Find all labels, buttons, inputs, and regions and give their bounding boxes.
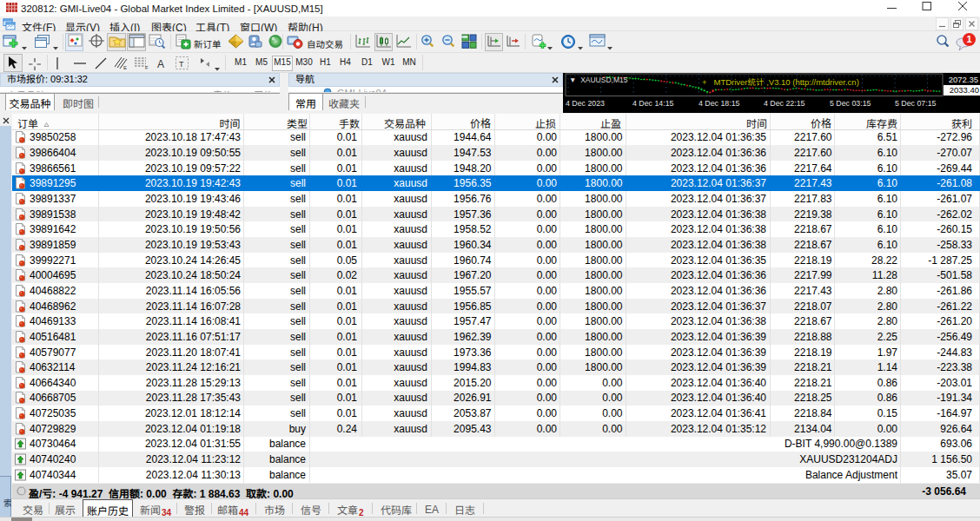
svg-text:E: E [123, 65, 127, 70]
svg-text:T: T [179, 60, 184, 69]
svg-text:F: F [145, 65, 149, 70]
